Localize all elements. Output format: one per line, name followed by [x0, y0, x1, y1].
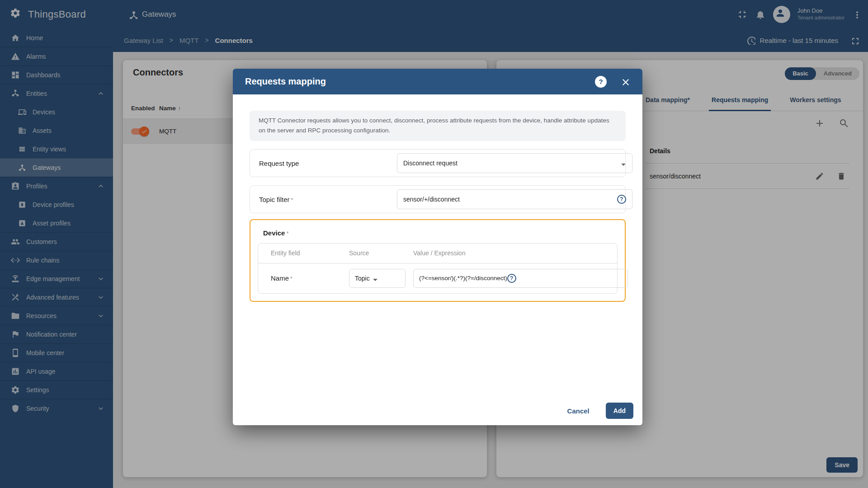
help-outline-icon[interactable] — [507, 274, 516, 283]
source-value: Topic — [355, 275, 370, 282]
request-type-value: Disconnect request — [403, 160, 618, 167]
dialog-title: Requests mapping — [245, 76, 595, 87]
required-mark: * — [290, 275, 292, 282]
help-outline-icon[interactable] — [617, 195, 626, 204]
dialog-header: Requests mapping — [233, 69, 642, 94]
device-table-header: Entity fieldSourceValue / Expression — [258, 244, 617, 263]
topic-filter-value: sensor/+/disconnect — [403, 196, 617, 203]
request-type-select[interactable]: Disconnect request — [397, 153, 632, 173]
requests-mapping-dialog: Requests mapping MQTT Connector requests… — [233, 69, 642, 425]
close-icon[interactable] — [620, 77, 630, 87]
device-column-source: Source — [349, 249, 413, 257]
device-section: Device* Entity fieldSourceValue / Expres… — [250, 219, 626, 302]
entity-field-name: Name* — [271, 274, 349, 282]
info-banner: MQTT Connector requests allows you to co… — [250, 111, 626, 141]
add-button[interactable]: Add — [606, 403, 633, 419]
device-table-row: Name* Topic (?<=sensor/)(.*?)(?=/disconn… — [258, 263, 617, 293]
dialog-footer: Cancel Add — [565, 403, 633, 419]
expression-value: (?<=sensor/)(.*?)(?=/disconnect) — [419, 275, 507, 282]
dialog-body: MQTT Connector requests allows you to co… — [233, 111, 642, 302]
cancel-button[interactable]: Cancel — [565, 407, 592, 415]
device-column-entity-field: Entity field — [271, 249, 349, 257]
required-mark: * — [291, 196, 293, 203]
device-mapping-table: Entity fieldSourceValue / Expression Nam… — [258, 243, 618, 294]
help-icon[interactable] — [595, 76, 607, 88]
source-select[interactable]: Topic — [349, 269, 406, 288]
device-column-value-expression: Value / Expression — [413, 249, 617, 257]
request-type-label: Request type — [259, 159, 299, 167]
dropdown-arrow-icon — [370, 274, 378, 282]
topic-filter-label: Topic filter* — [259, 195, 293, 203]
required-mark: * — [286, 230, 288, 237]
request-type-field: Request type Disconnect request — [250, 149, 626, 177]
topic-filter-field: Topic filter* sensor/+/disconnect — [250, 185, 626, 213]
device-section-title: Device* — [263, 229, 618, 237]
expression-input[interactable]: (?<=sensor/)(.*?)(?=/disconnect) — [413, 269, 628, 288]
dropdown-arrow-icon — [618, 159, 626, 167]
topic-filter-input[interactable]: sensor/+/disconnect — [397, 189, 632, 209]
